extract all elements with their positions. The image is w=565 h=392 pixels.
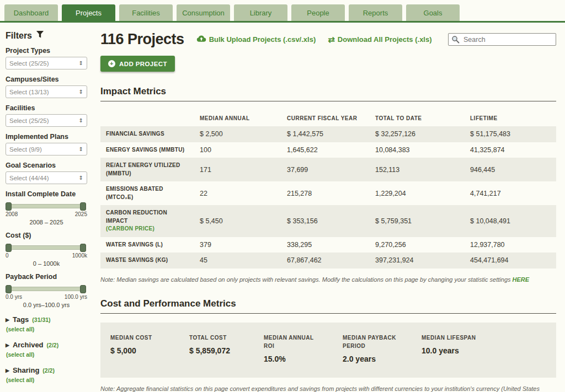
slider-max-label: 2025 xyxy=(75,211,87,217)
tab-people[interactable]: People xyxy=(291,4,345,21)
impact-metrics-heading: Impact Metrics xyxy=(100,86,556,101)
expander-label: Archived xyxy=(13,341,44,349)
page-header: 116 Projects Bulk Upload Projects (.csv/… xyxy=(100,31,556,48)
bulk-upload-link[interactable]: Bulk Upload Projects (.csv/.xls) xyxy=(196,35,316,44)
cost-slider[interactable] xyxy=(6,245,86,250)
tab-consumption[interactable]: Consumption xyxy=(177,4,230,21)
implemented-plans-select[interactable]: Select (9/9) ⇕ xyxy=(6,143,87,155)
column-header: LIFETIME xyxy=(465,110,556,126)
metric-value: 1,645,622 xyxy=(281,142,370,158)
metric-row-label: ENERGY SAVINGS (MMBTU) xyxy=(100,142,194,158)
slider-handle-min[interactable] xyxy=(6,244,12,252)
metric-value: 37,699 xyxy=(281,158,370,181)
filters-sidebar: Filters Project Types Select (25/25) ⇕ C… xyxy=(0,23,96,392)
metric-value: 67,867,462 xyxy=(281,253,370,269)
tags-expander[interactable]: ▶ Tags (31/31) xyxy=(6,315,96,324)
impact-note-text: Note: Median savings are calculated base… xyxy=(100,276,511,283)
select-value: Select (13/13) xyxy=(9,89,49,95)
select-steppers-icon: ⇕ xyxy=(79,117,83,123)
select-value: Select (25/25) xyxy=(9,60,49,67)
archived-select-all-link[interactable]: (select all) xyxy=(6,351,34,358)
cost-metric-label: TOTAL COST xyxy=(189,334,258,342)
search-input[interactable] xyxy=(448,33,556,46)
statistic-settings-link[interactable]: HERE xyxy=(513,276,530,283)
tags-select-all-link[interactable]: (select all) xyxy=(6,326,34,332)
slider-handle-max[interactable] xyxy=(80,202,86,211)
cost-metric-label: MEDIAN COST xyxy=(110,334,184,342)
plus-icon: + xyxy=(108,60,115,67)
impact-metrics-table: MEDIAN ANNUAL CURRENT FISCAL YEAR TOTAL … xyxy=(100,110,556,269)
slider-handle-max[interactable] xyxy=(80,285,86,293)
tab-projects[interactable]: Projects xyxy=(62,4,115,21)
table-row: WATER SAVINGS (L) 379 338,295 9,270,256 … xyxy=(100,237,556,253)
metric-value: $ 5,450 xyxy=(194,205,281,237)
table-row: RE/ALT ENERGY UTILIZED (MMBTU) 171 37,69… xyxy=(100,158,556,181)
slider-range-label: 0.0 yrs–100.0 yrs xyxy=(6,302,87,308)
metric-value: 1,229,204 xyxy=(370,181,465,205)
cost-metric: MEDIAN PAYBACK PERIOD 2.0 years xyxy=(343,334,416,363)
project-types-select[interactable]: Select (25/25) ⇕ xyxy=(6,57,87,69)
metric-value: $ 32,257,126 xyxy=(370,126,465,142)
slider-minmax: 0 1000k xyxy=(6,253,87,259)
metric-value: $ 2,500 xyxy=(194,126,281,142)
install-complete-date-slider[interactable] xyxy=(6,204,86,208)
add-project-button[interactable]: + ADD PROJECT xyxy=(100,56,175,72)
slider-max-label: 1000k xyxy=(72,253,87,259)
table-row: EMISSIONS ABATED (MTCO₂E) 22 215,278 1,2… xyxy=(100,181,556,205)
tab-library[interactable]: Library xyxy=(234,4,287,21)
metric-value: 171 xyxy=(194,158,281,181)
metric-value: 4,741,217 xyxy=(465,181,556,205)
expander-label: Tags xyxy=(13,315,29,324)
filter-label-campuses-sites: Campuses/Sites xyxy=(6,76,96,83)
slider-handle-min[interactable] xyxy=(6,285,12,293)
tab-facilities[interactable]: Facilities xyxy=(119,4,173,21)
metric-value: 152,113 xyxy=(370,158,465,181)
tab-goals[interactable]: Goals xyxy=(406,4,460,21)
slider-max-label: 100.0 yrs xyxy=(65,294,87,300)
cost-metric-value: $ 5,000 xyxy=(110,346,184,355)
slider-label-install-date: Install Complete Date xyxy=(6,190,96,198)
metric-row-label: FINANCIAL SAVINGS xyxy=(100,126,194,142)
download-all-label: Download All Projects (.xls) xyxy=(338,35,432,44)
download-all-link[interactable]: ⇄ Download All Projects (.xls) xyxy=(328,35,431,45)
payback-period-slider[interactable] xyxy=(6,287,86,291)
column-header: TOTAL TO DATE xyxy=(370,110,465,126)
sharing-expander[interactable]: ▶ Sharing (2/2) xyxy=(6,366,96,374)
slider-handle-max[interactable] xyxy=(80,244,86,252)
sharing-select-all-link[interactable]: (select all) xyxy=(6,377,34,383)
filter-label-goal-scenarios: Goal Scenarios xyxy=(6,162,96,169)
cost-metric-label: MEDIAN ANNUAL ROI xyxy=(264,334,315,350)
slider-min-label: 2008 xyxy=(6,211,18,217)
expander-count: (2/2) xyxy=(42,367,55,374)
metric-value: $ 353,156 xyxy=(281,205,370,237)
slider-handle-min[interactable] xyxy=(6,202,12,211)
expand-triangle-icon: ▶ xyxy=(6,317,9,323)
tab-dashboard[interactable]: Dashboard xyxy=(4,4,58,21)
table-row: ENERGY SAVINGS (MMBTU) 100 1,645,622 10,… xyxy=(100,142,556,158)
filter-label-project-types: Project Types xyxy=(6,47,96,55)
search-box xyxy=(448,33,556,46)
metric-value: 379 xyxy=(194,237,281,253)
cost-note: Note: Aggregate financial statistics on … xyxy=(100,384,556,392)
select-steppers-icon: ⇕ xyxy=(79,60,83,66)
cost-metric: MEDIAN LIFESPAN 10.0 years xyxy=(422,334,476,363)
slider-minmax: 2008 2025 xyxy=(6,211,87,217)
metric-row-label: WASTE SAVINGS (KG) xyxy=(100,253,194,269)
metric-value: 45 xyxy=(194,253,281,269)
metric-value: $ 5,759,351 xyxy=(370,205,465,237)
metric-value: 41,325,874 xyxy=(465,142,556,158)
cost-performance-heading: Cost and Performance Metrics xyxy=(100,298,556,314)
column-header: CURRENT FISCAL YEAR xyxy=(281,110,370,126)
cost-metric-value: $ 5,859,072 xyxy=(189,346,258,355)
slider-min-label: 0 xyxy=(6,253,9,259)
cost-metric-value: 2.0 years xyxy=(343,355,416,363)
slider-range-fill xyxy=(8,246,83,249)
tab-reports[interactable]: Reports xyxy=(349,4,402,21)
carbon-price-link[interactable]: (CARBON PRICE) xyxy=(106,225,154,232)
goal-scenarios-select[interactable]: Select (44/44) ⇕ xyxy=(6,171,87,184)
select-steppers-icon: ⇕ xyxy=(79,89,83,95)
cost-metric-label: MEDIAN PAYBACK PERIOD xyxy=(343,334,399,350)
campuses-sites-select[interactable]: Select (13/13) ⇕ xyxy=(6,85,87,98)
facilities-select[interactable]: Select (25/25) ⇕ xyxy=(6,114,87,127)
archived-expander[interactable]: ▶ Archived (2/2) xyxy=(6,341,96,349)
